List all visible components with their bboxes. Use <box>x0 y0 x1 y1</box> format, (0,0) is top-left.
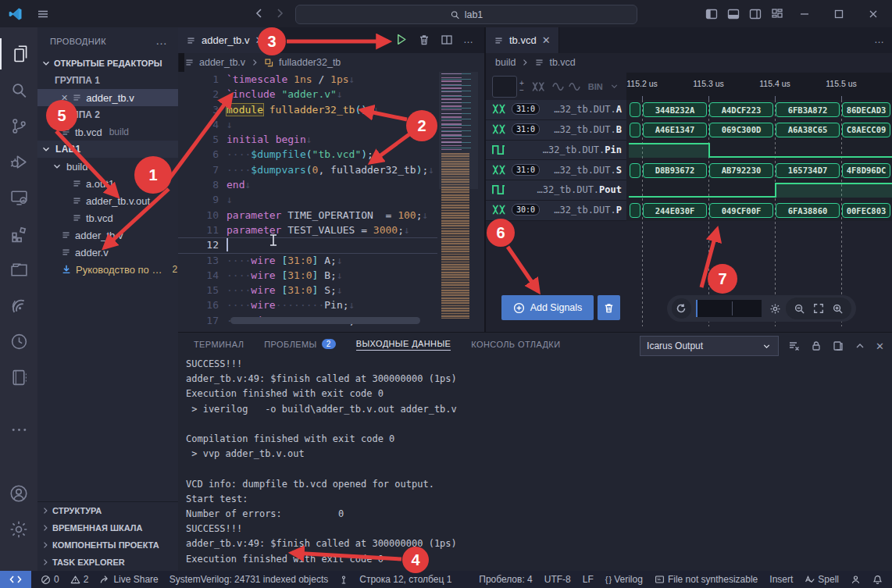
status-utf-8[interactable]: UTF-8 <box>544 574 571 585</box>
minimize-icon[interactable] <box>798 8 811 20</box>
activity-containers-icon[interactable] <box>0 254 37 285</box>
clear-icon[interactable] <box>418 34 430 46</box>
panel-tab-терминал[interactable]: ТЕРМИНАЛ <box>194 340 244 351</box>
chevron-down-icon[interactable] <box>609 81 619 91</box>
open-editors-header[interactable]: ОТКРЫТЫЕ РЕДАКТОРЫ <box>37 55 178 72</box>
panel-tab-консоль-отладки[interactable]: КОНСОЛЬ ОТЛАДКИ <box>471 340 560 351</box>
signal-row-s[interactable]: 31:0…32_tb.DUT.S <box>486 161 626 181</box>
split-editor-icon[interactable] <box>441 34 453 46</box>
tree-item-adder_tb.v[interactable]: ✕adder_tb.v <box>37 89 178 106</box>
editor-more-actions-icon[interactable]: … <box>463 34 473 45</box>
signal-row-p[interactable]: 30:0…32_tb.DUT.P <box>486 201 626 221</box>
close-tab-icon[interactable]: ✕ <box>255 34 263 46</box>
activity-remote-explorer-icon[interactable] <box>0 182 37 213</box>
waveform-canvas[interactable]: 344B232AA4DCF2236FB3A87286DECAD3A46E1347… <box>626 100 892 221</box>
toggle-secondary-sidebar-icon[interactable] <box>749 8 762 20</box>
zoom-fit-icon[interactable] <box>813 303 824 314</box>
lock-scroll-icon[interactable] <box>810 340 822 352</box>
color-swatch[interactable] <box>492 76 517 98</box>
status-verilog[interactable]: { }Verilog <box>605 574 643 585</box>
activity-more-icon[interactable] <box>0 414 37 445</box>
analog-format-icon[interactable] <box>552 82 564 91</box>
status--4[interactable]: Пробелов: 4 <box>479 574 533 585</box>
tree-item-tb.vcd[interactable]: tb.vcd <box>37 209 178 226</box>
command-search-input[interactable]: lab1 <box>295 5 637 24</box>
tab-tb-vcd[interactable]: tb.vcd ✕ <box>486 27 559 53</box>
section-структура[interactable]: СТРУКТУРА <box>37 502 178 519</box>
status--12-1[interactable]: Строка 12, столбец 1 <box>359 574 451 585</box>
activity-esp-idf-icon[interactable] <box>0 290 37 321</box>
signal-row-a[interactable]: 31:0…32_tb.DUT.A <box>486 100 626 120</box>
status-live-share[interactable]: Live Share <box>99 574 158 585</box>
zoom-out-icon[interactable] <box>794 303 805 315</box>
activity-timeline-icon[interactable] <box>0 326 37 357</box>
nav-forward-icon[interactable] <box>273 7 286 20</box>
status-0[interactable]: 0 <box>41 574 59 585</box>
time-ruler[interactable]: 115.2 us115.3 us115.4 us115.5 us <box>626 73 892 100</box>
section-компоненты-проекта[interactable]: КОМПОНЕНТЫ ПРОЕКТА <box>37 536 178 554</box>
activity-run-debug-icon[interactable] <box>0 146 37 177</box>
wave-settings-icon[interactable] <box>769 303 781 315</box>
bus-format-icon[interactable] <box>532 81 546 92</box>
status-insert[interactable]: Insert <box>769 574 793 585</box>
close-panel-icon[interactable]: ✕ <box>876 340 884 352</box>
section-временная-шкала[interactable]: ВРЕМЕННАЯ ШКАЛА <box>37 519 178 536</box>
run-file-icon[interactable] <box>394 33 408 46</box>
toggle-panel-icon[interactable] <box>727 8 740 20</box>
breadcrumb[interactable]: adder_tb.v fulladder32_tb <box>184 53 484 72</box>
tree-item-lab1[interactable]: LAB1 <box>37 141 178 158</box>
analog-format-icon-2[interactable] <box>569 82 580 91</box>
status-file-not-synthesizable[interactable]: File not synthesizable <box>655 573 758 586</box>
maximize-icon[interactable] <box>833 8 845 20</box>
reload-wave-button[interactable] <box>672 298 691 319</box>
clear-output-icon[interactable] <box>788 340 801 352</box>
status-lf[interactable]: LF <box>583 574 594 585</box>
add-signals-button[interactable]: Add Signals <box>501 295 594 320</box>
remote-indicator[interactable] <box>0 571 31 588</box>
signal-row-b[interactable]: 31:0…32_tb.DUT.B <box>486 120 626 141</box>
nav-back-icon[interactable] <box>253 7 266 20</box>
explorer-actions-icon[interactable]: … <box>155 34 167 47</box>
status-systemverilog-24731-indexed-[interactable]: SystemVerilog: 24731 indexed objects <box>169 574 328 585</box>
horizontal-scrollbar[interactable] <box>230 317 420 324</box>
status-2[interactable]: 2 <box>70 574 89 585</box>
panel-tab-выходные-данные[interactable]: ВЫХОДНЫЕ ДАННЫЕ <box>356 339 451 351</box>
tree-item--1[interactable]: ГРУППА 1 <box>37 72 178 89</box>
tree-item-adder_tb.v[interactable]: adder_tb.v <box>37 226 178 244</box>
panel-tab-проблемы[interactable]: ПРОБЛЕМЫ2 <box>264 339 335 351</box>
status-person[interactable] <box>851 575 861 585</box>
radix-select[interactable]: BIN <box>588 82 603 91</box>
time-input[interactable] <box>696 300 762 317</box>
signal-row-pin[interactable]: …32_tb.DUT.Pin <box>486 141 626 161</box>
tab-adder-tb-v[interactable]: adder_tb.v ✕ <box>178 27 272 53</box>
customize-layout-icon[interactable] <box>771 8 783 20</box>
activity-source-control-icon[interactable] <box>0 110 37 141</box>
wave-breadcrumb[interactable]: build tb.vcd <box>495 53 886 72</box>
activity-extensions-icon[interactable] <box>0 218 37 249</box>
tree-item-build[interactable]: build <box>37 158 178 175</box>
activity-search-icon[interactable] <box>0 74 37 105</box>
tree-item-tb.vcd[interactable]: tb.vcdbuild <box>37 123 178 141</box>
activity-explorer-icon[interactable] <box>0 38 39 69</box>
status-branch[interactable] <box>339 575 348 585</box>
activity-settings-icon[interactable] <box>0 514 37 545</box>
zoom-minus[interactable]: − <box>519 87 524 94</box>
tree-item--[interactable]: Руководство по …2 <box>37 261 178 278</box>
tree-item-a.out1[interactable]: a.out1 <box>37 175 178 192</box>
tree-item-adder_tb.v.out[interactable]: adder_tb.v.out <box>37 192 178 209</box>
output-channel-select[interactable]: Icarus Output <box>640 336 779 356</box>
activity-account-icon[interactable] <box>0 478 37 509</box>
section-task-explorer[interactable]: TASK EXPLORER <box>37 554 178 571</box>
remove-signals-button[interactable] <box>598 295 620 320</box>
zoom-in-icon[interactable] <box>832 303 844 315</box>
maximize-panel-icon[interactable] <box>854 340 866 352</box>
tree-item--2[interactable]: ГРУППА 2 <box>37 106 178 123</box>
status-bell[interactable] <box>872 575 883 585</box>
close-window-icon[interactable] <box>867 8 880 20</box>
activity-notebook-icon[interactable] <box>0 362 37 393</box>
status-spell[interactable]: Spell <box>805 574 839 585</box>
toggle-sidebar-icon[interactable] <box>705 8 718 20</box>
menu-icon[interactable] <box>31 8 55 20</box>
tree-item-adder.v[interactable]: adder.v <box>37 244 178 261</box>
open-in-editor-icon[interactable] <box>832 340 844 352</box>
